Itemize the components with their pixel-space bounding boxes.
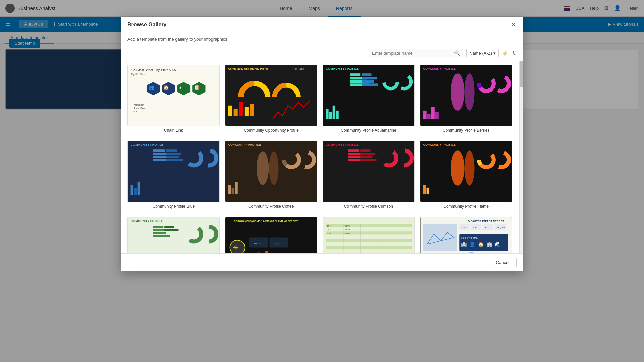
- modal-close-button[interactable]: ✕: [510, 21, 517, 28]
- svg-point-66: [257, 151, 269, 185]
- gallery-item-corona[interactable]: CORONAVIRUS (COVID-19) IMPACT PLANNING R…: [225, 217, 317, 254]
- svg-text:2,013,5: 2,013,5: [252, 242, 261, 245]
- thumb-green-svg: COMMUNITY PROFILE: [128, 217, 219, 254]
- svg-rect-45: [423, 111, 427, 119]
- svg-text:COMMUNITY PROFILE: COMMUNITY PROFILE: [326, 67, 358, 70]
- gallery-item-blue[interactable]: COMMUNITY PROFILE: [127, 141, 220, 212]
- gallery-item-label-aquamarine: Community Profile Aquamarine: [323, 126, 415, 135]
- chevron-down-icon: ▾: [493, 51, 496, 56]
- thumb-data-table-svg: 20-24 25.6% 25-34 18.2% 35-44 22.4%: [323, 217, 415, 254]
- svg-rect-46: [427, 114, 431, 119]
- svg-text:🌊: 🌊: [495, 241, 501, 247]
- svg-text:Age: Age: [133, 110, 138, 113]
- svg-rect-128: [326, 250, 412, 253]
- svg-rect-48: [435, 112, 439, 119]
- svg-rect-34: [326, 109, 328, 119]
- thumb-green: COMMUNITY PROFILE: [127, 217, 220, 254]
- svg-rect-124: [326, 235, 412, 238]
- gallery-item-label-chain-link: Chain Link: [127, 126, 220, 135]
- svg-text:22.4%: 22.4%: [345, 232, 350, 234]
- svg-rect-126: [326, 242, 412, 245]
- modal-overlay: Browse Gallery ✕ Add a template from the…: [0, 0, 644, 362]
- thumb-corona-svg: CORONAVIRUS (COVID-19) IMPACT PLANNING R…: [225, 217, 317, 254]
- gallery-item-disaster[interactable]: DISASTER IMPACT REPORT 3,546 2.10: [420, 217, 512, 254]
- svg-rect-100: [153, 235, 170, 237]
- svg-text:📋: 📋: [194, 84, 200, 90]
- thumb-cop-svg: Community Opportunity Profile Key Facts: [225, 65, 317, 126]
- gallery-item-label-crimson: Community Profile Crimson: [323, 202, 415, 212]
- svg-rect-102: [164, 229, 178, 231]
- thumb-berries-svg: COMMUNITY PROFILE: [420, 65, 512, 126]
- search-box[interactable]: 🔍: [369, 49, 463, 57]
- svg-rect-93: [423, 185, 426, 194]
- svg-rect-62: [134, 188, 137, 195]
- gallery-item-label-flame: Community Profile Flame: [420, 202, 512, 212]
- svg-text:34.5: 34.5: [485, 226, 489, 229]
- thumb-disaster-svg: DISASTER IMPACT REPORT 3,546 2.10: [420, 217, 512, 254]
- svg-text:COMMUNITY PROFILE: COMMUNITY PROFILE: [131, 219, 163, 223]
- svg-text:👥: 👥: [148, 84, 154, 90]
- filter-icon[interactable]: ⚡: [502, 50, 509, 56]
- svg-rect-122: [326, 228, 412, 231]
- svg-rect-76: [348, 149, 359, 152]
- gallery-item-label-coffee: Community Profile Coffee: [225, 202, 317, 212]
- svg-rect-61: [131, 185, 133, 195]
- svg-rect-30: [362, 80, 374, 83]
- svg-rect-125: [326, 239, 412, 242]
- gallery-item-berries[interactable]: COMMUNITY PROFILE: [420, 65, 512, 135]
- svg-rect-29: [362, 77, 377, 79]
- svg-rect-21: [250, 104, 254, 116]
- svg-text:Key Facts: Key Facts: [293, 68, 304, 70]
- cancel-button[interactable]: Cancel: [489, 258, 517, 267]
- svg-text:25-34: 25-34: [327, 229, 331, 231]
- svg-rect-37: [336, 111, 338, 119]
- svg-rect-95: [128, 217, 219, 254]
- gallery-item-chain-link[interactable]: 123 Main Street, City, State 55555 My Si…: [127, 65, 220, 135]
- svg-text:2.10: 2.10: [473, 226, 478, 229]
- gallery-grid: 123 Main Street, City, State 55555 My Si…: [126, 63, 514, 253]
- svg-rect-71: [228, 185, 231, 194]
- gallery-item-flame[interactable]: COMMUNITY PROFILE: [420, 141, 512, 212]
- svg-rect-101: [164, 226, 174, 228]
- gallery-scroll-container[interactable]: 123 Main Street, City, State 55555 My Si…: [121, 61, 519, 253]
- gallery-item-crimson[interactable]: COMMUNITY PROFILE: [323, 141, 415, 212]
- svg-rect-26: [350, 80, 364, 83]
- svg-rect-19: [239, 102, 243, 116]
- sort-label: Name (A-Z): [469, 51, 492, 56]
- refresh-icon[interactable]: ↻: [512, 50, 517, 56]
- gallery-item-label-berries: Community Profile Berries: [420, 126, 512, 135]
- svg-text:🏥: 🏥: [461, 241, 467, 247]
- gallery-item-green[interactable]: COMMUNITY PROFILE: [127, 217, 220, 254]
- thumb-disaster: DISASTER IMPACT REPORT 3,546 2.10: [420, 217, 512, 254]
- gallery-item-cop[interactable]: Community Opportunity Profile Key Facts: [225, 65, 317, 135]
- svg-rect-73: [235, 182, 237, 194]
- svg-rect-57: [166, 156, 179, 158]
- template-search-input[interactable]: [372, 51, 454, 56]
- search-icon: 🔍: [454, 50, 460, 56]
- gallery-scrollbar-thumb[interactable]: [520, 61, 523, 87]
- thumb-crimson: COMMUNITY PROFILE: [323, 141, 415, 202]
- modal-header: Browse Gallery ✕: [121, 17, 523, 33]
- gallery-item-aquamarine[interactable]: COMMUNITY PROFILE: [323, 65, 415, 135]
- gallery-item-coffee[interactable]: COMMUNITY PROFILE: [225, 141, 317, 212]
- sort-dropdown[interactable]: Name (A-Z) ▾: [466, 49, 499, 57]
- svg-rect-18: [233, 109, 237, 116]
- svg-rect-53: [153, 156, 167, 158]
- gallery-scrollbar-track[interactable]: [519, 61, 523, 253]
- thumb-cop: Community Opportunity Profile Key Facts: [225, 65, 317, 126]
- svg-text:🏠: 🏠: [163, 84, 169, 90]
- gallery-item-data-table[interactable]: 20-24 25.6% 25-34 18.2% 35-44 22.4% Data…: [323, 217, 415, 254]
- thumb-corona: CORONAVIRUS (COVID-19) IMPACT PLANNING R…: [225, 217, 317, 254]
- svg-rect-78: [348, 156, 362, 158]
- svg-rect-55: [166, 149, 177, 152]
- svg-rect-146: [423, 224, 457, 251]
- svg-rect-28: [362, 73, 371, 76]
- svg-text:My Site Name: My Site Name: [131, 73, 146, 76]
- svg-text:Community Opportunity Profile: Community Opportunity Profile: [228, 67, 268, 70]
- thumb-crimson-svg: COMMUNITY PROFILE: [323, 141, 415, 202]
- svg-rect-121: [326, 224, 412, 227]
- svg-text:$: $: [178, 85, 181, 90]
- svg-rect-81: [360, 153, 375, 155]
- svg-text:123 Main Street, City, State 5: 123 Main Street, City, State 55555: [131, 68, 178, 72]
- thumb-aquamarine: COMMUNITY PROFILE: [323, 65, 415, 126]
